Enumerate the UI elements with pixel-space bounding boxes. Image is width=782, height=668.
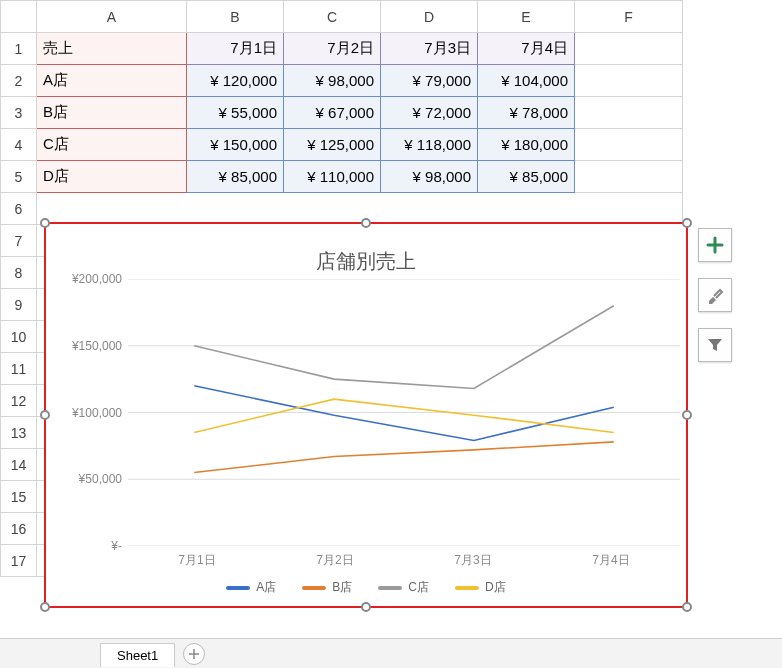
legend-label-1: B店	[332, 579, 352, 596]
y-tick-150k: ¥150,000	[72, 339, 122, 353]
cell-D2[interactable]: ¥ 79,000	[381, 65, 478, 97]
new-sheet-button[interactable]	[183, 643, 205, 665]
sheet-tab-active[interactable]: Sheet1	[100, 643, 175, 667]
row-header-6[interactable]: 6	[1, 193, 37, 225]
sheet-tab-bar[interactable]: Sheet1	[0, 638, 782, 668]
resize-handle-bm[interactable]	[361, 602, 371, 612]
legend-item-3[interactable]: D店	[455, 579, 506, 596]
row-header-9[interactable]: 9	[1, 289, 37, 321]
funnel-icon	[706, 336, 724, 354]
legend-swatch-1	[302, 586, 326, 590]
cell-B5[interactable]: ¥ 85,000	[187, 161, 284, 193]
legend-label-3: D店	[485, 579, 506, 596]
legend-item-0[interactable]: A店	[226, 579, 276, 596]
y-axis: ¥200,000 ¥150,000 ¥100,000 ¥50,000 ¥-	[52, 279, 128, 546]
plus-icon	[188, 648, 200, 660]
cell-B2[interactable]: ¥ 120,000	[187, 65, 284, 97]
cell-F3[interactable]	[575, 97, 683, 129]
row-header-5[interactable]: 5	[1, 161, 37, 193]
cell-D4[interactable]: ¥ 118,000	[381, 129, 478, 161]
row-header-13[interactable]: 13	[1, 417, 37, 449]
cell-E2[interactable]: ¥ 104,000	[478, 65, 575, 97]
cell-A2[interactable]: A店	[37, 65, 187, 97]
cell-F2[interactable]	[575, 65, 683, 97]
cell-E3[interactable]: ¥ 78,000	[478, 97, 575, 129]
x-tick-0: 7月1日	[128, 552, 266, 569]
cell-E4[interactable]: ¥ 180,000	[478, 129, 575, 161]
legend-label-0: A店	[256, 579, 276, 596]
cell-C1[interactable]: 7月2日	[284, 33, 381, 65]
cell-C2[interactable]: ¥ 98,000	[284, 65, 381, 97]
col-header-E[interactable]: E	[478, 1, 575, 33]
resize-handle-mr[interactable]	[682, 410, 692, 420]
legend-swatch-0	[226, 586, 250, 590]
x-axis: 7月1日 7月2日 7月3日 7月4日	[52, 546, 680, 571]
cell-D1[interactable]: 7月3日	[381, 33, 478, 65]
cell-D5[interactable]: ¥ 98,000	[381, 161, 478, 193]
cell-B1[interactable]: 7月1日	[187, 33, 284, 65]
resize-handle-br[interactable]	[682, 602, 692, 612]
row-6-cells[interactable]	[37, 193, 683, 225]
cell-D3[interactable]: ¥ 72,000	[381, 97, 478, 129]
x-tick-2: 7月3日	[404, 552, 542, 569]
chart-title[interactable]: 店舗別売上	[52, 230, 680, 279]
row-header-2[interactable]: 2	[1, 65, 37, 97]
row-header-1[interactable]: 1	[1, 33, 37, 65]
legend-swatch-2	[378, 586, 402, 590]
cell-B3[interactable]: ¥ 55,000	[187, 97, 284, 129]
embedded-chart[interactable]: 店舗別売上 ¥200,000 ¥150,000 ¥100,000 ¥50,000…	[44, 222, 688, 608]
cell-F1[interactable]	[575, 33, 683, 65]
resize-handle-tl[interactable]	[40, 218, 50, 228]
y-tick-0: ¥-	[111, 539, 122, 553]
row-header-15[interactable]: 15	[1, 481, 37, 513]
x-tick-1: 7月2日	[266, 552, 404, 569]
y-tick-50k: ¥50,000	[79, 472, 122, 486]
cell-E1[interactable]: 7月4日	[478, 33, 575, 65]
col-header-F[interactable]: F	[575, 1, 683, 33]
legend-label-2: C店	[408, 579, 429, 596]
row-header-16[interactable]: 16	[1, 513, 37, 545]
cell-A5[interactable]: D店	[37, 161, 187, 193]
brush-icon	[706, 286, 724, 304]
col-header-C[interactable]: C	[284, 1, 381, 33]
cell-F4[interactable]	[575, 129, 683, 161]
row-header-12[interactable]: 12	[1, 385, 37, 417]
row-header-14[interactable]: 14	[1, 449, 37, 481]
select-all-corner[interactable]	[1, 1, 37, 33]
cell-A1[interactable]: 売上	[37, 33, 187, 65]
resize-handle-tr[interactable]	[682, 218, 692, 228]
legend-item-2[interactable]: C店	[378, 579, 429, 596]
plus-icon	[706, 236, 724, 254]
cell-F5[interactable]	[575, 161, 683, 193]
chart-styles-button[interactable]	[698, 278, 732, 312]
y-tick-200k: ¥200,000	[72, 272, 122, 286]
chart-elements-button[interactable]	[698, 228, 732, 262]
legend-item-1[interactable]: B店	[302, 579, 352, 596]
col-header-B[interactable]: B	[187, 1, 284, 33]
cell-E5[interactable]: ¥ 85,000	[478, 161, 575, 193]
resize-handle-bl[interactable]	[40, 602, 50, 612]
row-header-8[interactable]: 8	[1, 257, 37, 289]
row-header-3[interactable]: 3	[1, 97, 37, 129]
row-header-11[interactable]: 11	[1, 353, 37, 385]
plot-area[interactable]	[128, 279, 680, 546]
resize-handle-ml[interactable]	[40, 410, 50, 420]
resize-handle-tm[interactable]	[361, 218, 371, 228]
legend[interactable]: A店 B店 C店 D店	[52, 571, 680, 600]
row-header-4[interactable]: 4	[1, 129, 37, 161]
legend-swatch-3	[455, 586, 479, 590]
col-header-D[interactable]: D	[381, 1, 478, 33]
row-header-10[interactable]: 10	[1, 321, 37, 353]
row-header-7[interactable]: 7	[1, 225, 37, 257]
cell-C3[interactable]: ¥ 67,000	[284, 97, 381, 129]
col-header-A[interactable]: A	[37, 1, 187, 33]
cell-C4[interactable]: ¥ 125,000	[284, 129, 381, 161]
cell-A3[interactable]: B店	[37, 97, 187, 129]
cell-A4[interactable]: C店	[37, 129, 187, 161]
cell-B4[interactable]: ¥ 150,000	[187, 129, 284, 161]
row-header-17[interactable]: 17	[1, 545, 37, 577]
x-tick-3: 7月4日	[542, 552, 680, 569]
y-tick-100k: ¥100,000	[72, 406, 122, 420]
chart-filter-button[interactable]	[698, 328, 732, 362]
cell-C5[interactable]: ¥ 110,000	[284, 161, 381, 193]
